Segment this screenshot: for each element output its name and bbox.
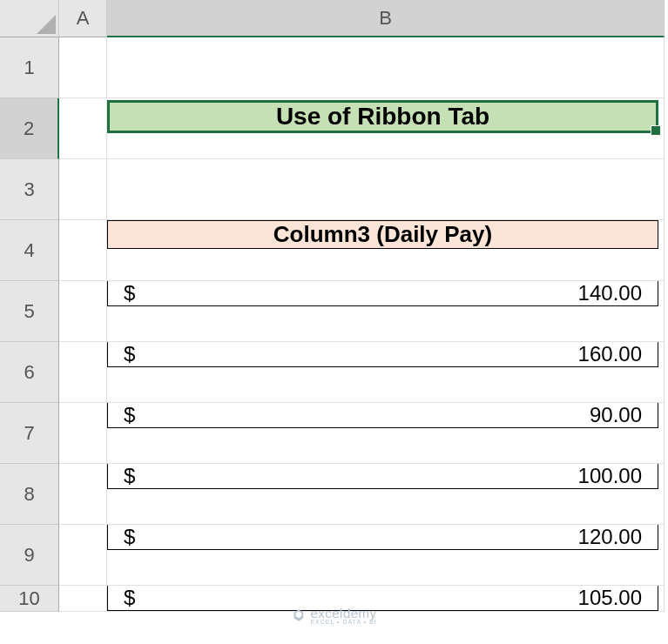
cell-b8[interactable]: $ 100.00 (107, 464, 665, 525)
cell-b3[interactable] (107, 159, 665, 220)
cell-b9[interactable]: $ 120.00 (107, 525, 665, 586)
cell-b6[interactable]: $ 160.00 (107, 342, 665, 403)
table-header-cell: Column3 (Daily Pay) (107, 220, 658, 249)
row-header-3[interactable]: 3 (0, 159, 59, 220)
cell-b4[interactable]: Column3 (Daily Pay) (107, 220, 665, 281)
table-row: $ 160.00 (107, 342, 658, 367)
table-row: $ 140.00 (107, 281, 658, 306)
row-header-6[interactable]: 6 (0, 342, 59, 403)
table-row: $ 90.00 (107, 403, 658, 428)
currency-symbol: $ (124, 464, 135, 488)
cell-a6[interactable] (59, 342, 107, 403)
cell-value: 90.00 (590, 403, 642, 427)
table-row: $ 105.00 (107, 586, 658, 611)
watermark-logo-icon (291, 608, 305, 622)
row-header-1[interactable]: 1 (0, 37, 59, 98)
select-all-corner[interactable] (0, 0, 59, 37)
cell-value: 120.00 (578, 525, 642, 549)
row-header-5[interactable]: 5 (0, 281, 59, 342)
cell-value: 160.00 (578, 342, 642, 366)
title-text: Use of Ribbon Tab (276, 103, 489, 131)
cell-a1[interactable] (59, 37, 107, 98)
cell-a2[interactable] (59, 98, 107, 159)
cell-b5[interactable]: $ 140.00 (107, 281, 665, 342)
table-row: $ 120.00 (107, 525, 658, 550)
cell-a8[interactable] (59, 464, 107, 525)
row-header-10[interactable]: 10 (0, 586, 59, 612)
title-cell[interactable]: Use of Ribbon Tab (107, 100, 658, 133)
watermark-text-block: exceldemy EXCEL • DATA • BI (310, 606, 376, 625)
cell-value: 140.00 (578, 281, 642, 305)
watermark-subtext: EXCEL • DATA • BI (310, 619, 376, 625)
cell-b7[interactable]: $ 90.00 (107, 403, 665, 464)
currency-symbol: $ (124, 586, 135, 610)
column-header-b[interactable]: B (107, 0, 665, 37)
column-header-a[interactable]: A (59, 0, 107, 37)
row-header-2[interactable]: 2 (0, 98, 59, 159)
currency-symbol: $ (124, 281, 135, 305)
watermark: exceldemy EXCEL • DATA • BI (291, 606, 376, 625)
cell-a10[interactable] (59, 586, 107, 612)
cell-a9[interactable] (59, 525, 107, 586)
cell-b1[interactable] (107, 37, 665, 98)
row-header-8[interactable]: 8 (0, 464, 59, 525)
cell-a4[interactable] (59, 220, 107, 281)
select-all-triangle-icon (37, 15, 56, 34)
cell-b10[interactable]: $ 105.00 (107, 586, 665, 612)
cell-b2[interactable]: Use of Ribbon Tab (107, 98, 665, 159)
cell-value: 100.00 (578, 464, 642, 488)
cell-value: 105.00 (578, 586, 642, 610)
cell-a7[interactable] (59, 403, 107, 464)
row-header-9[interactable]: 9 (0, 525, 59, 586)
currency-symbol: $ (124, 525, 135, 549)
currency-symbol: $ (124, 403, 135, 427)
spreadsheet-grid: A B 1 2 Use of Ribbon Tab 3 4 Column3 (D… (0, 0, 668, 612)
row-header-7[interactable]: 7 (0, 403, 59, 464)
table-header-text: Column3 (Daily Pay) (273, 221, 492, 248)
table-row: $ 100.00 (107, 464, 658, 489)
currency-symbol: $ (124, 342, 135, 366)
row-header-4[interactable]: 4 (0, 220, 59, 281)
cell-a5[interactable] (59, 281, 107, 342)
cell-a3[interactable] (59, 159, 107, 220)
